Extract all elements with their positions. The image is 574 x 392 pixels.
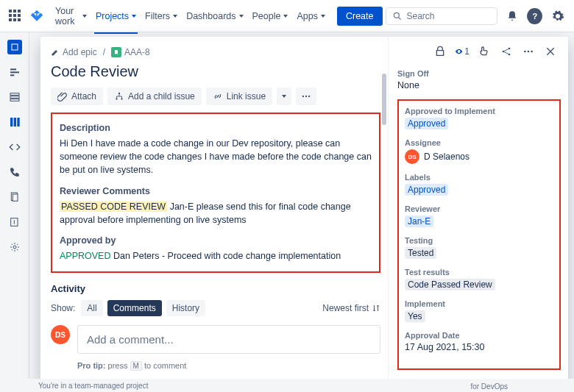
field-label: Testing [405,236,553,245]
search-placeholder: Search [407,11,435,21]
svg-point-26 [524,51,526,53]
current-user-avatar: DS [51,325,70,344]
svg-rect-4 [10,71,19,73]
approved-by-heading: Approved by [60,234,372,247]
tab-comments[interactable]: Comments [107,300,162,316]
field-label: Implement [405,299,553,308]
close-button[interactable] [543,44,558,59]
chevron-down-icon [283,15,288,18]
vote-icon[interactable] [477,44,492,59]
phone-icon[interactable] [7,165,22,179]
add-epic-label: Add epic [63,47,97,57]
attach-button[interactable]: Attach [51,88,103,105]
scrollbar-thumb[interactable] [382,74,386,125]
svg-point-21 [305,96,307,97]
sort-icon [372,304,380,313]
svg-point-20 [302,96,304,97]
nav-projects[interactable]: Projects [91,7,141,26]
jira-logo-icon[interactable] [30,10,43,23]
nav-filters[interactable]: Filters [141,7,182,26]
nav-apps[interactable]: Apps [292,7,330,26]
search-icon [392,11,403,21]
chevron-down-icon [82,15,87,18]
svg-rect-6 [10,93,19,96]
field-value[interactable]: Approved [405,184,448,196]
code-icon[interactable] [7,140,22,154]
activity-heading: Activity [51,283,380,294]
tab-history[interactable]: History [166,300,205,316]
app-switcher-icon[interactable] [9,10,21,23]
description-heading: Description [60,121,372,135]
show-label: Show: [51,303,75,313]
svg-point-23 [503,51,505,53]
link-dropdown-button[interactable] [277,88,291,105]
svg-rect-3 [10,68,16,70]
project-type-hint: You're in a team-managed project [38,382,148,390]
nav-dashboards[interactable]: Dashboards [182,7,247,26]
description-section: Description Hi Den I have made a code ch… [51,113,380,273]
field-value[interactable]: Tested [405,247,436,259]
svg-point-24 [509,48,511,50]
lock-icon[interactable] [433,44,447,59]
link-issue-button[interactable]: Link issue [206,88,272,105]
search-input[interactable]: Search [386,7,497,25]
svg-rect-9 [10,118,13,126]
svg-rect-5 [10,74,14,76]
approved-badge: APPROVED [60,251,110,261]
field-label: Reviewer [405,204,553,213]
more-actions-button[interactable] [296,88,316,105]
child-issue-icon [114,91,124,101]
create-button[interactable]: Create [337,7,383,26]
settings-icon[interactable] [550,8,565,24]
svg-rect-7 [10,96,19,99]
svg-point-16 [13,246,16,249]
nav-your-work[interactable]: Your work [51,1,91,31]
nav-people[interactable]: People [248,7,293,26]
issue-actions-icon[interactable] [521,44,536,59]
devops-chip: for DevOps [470,382,508,391]
svg-point-17 [118,93,120,94]
svg-point-27 [528,51,530,53]
chevron-down-icon [132,15,136,18]
issue-key-label: AAA-8 [124,47,150,57]
backlog-icon[interactable] [7,90,22,104]
pages-icon[interactable] [7,190,22,204]
help-icon[interactable]: ? [527,8,542,24]
project-settings-icon[interactable] [7,240,22,254]
field-label: Assignee [405,138,553,147]
pencil-icon [51,48,60,57]
sort-button[interactable]: Newest first [322,303,380,313]
field-value[interactable]: Code Passed Review [405,279,495,291]
add-comment-input[interactable]: Add a comment... [77,325,380,354]
signoff-value[interactable]: None [397,80,561,90]
add-child-button[interactable]: Add a child issue [107,88,202,105]
svg-rect-13 [13,194,18,201]
assignee-avatar: DS [405,149,419,164]
svg-point-18 [116,98,117,99]
issue-key-link[interactable]: AAA-8 [111,47,150,57]
link-icon [213,91,223,101]
add-shortcut-icon[interactable] [7,215,22,229]
project-avatar-icon[interactable] [7,40,22,54]
field-value[interactable]: 17 Aug 2021, 15:30 [405,342,553,352]
attachment-icon [57,91,68,101]
field-value[interactable]: DSD Selaenos [405,149,553,164]
field-label: Test results [405,268,553,277]
watch-icon [455,46,463,57]
field-value[interactable]: Jan-E [405,215,433,227]
board-icon[interactable] [7,115,22,129]
roadmap-icon[interactable] [7,65,22,79]
share-icon[interactable] [499,44,514,59]
notifications-icon[interactable] [505,8,520,24]
watch-button[interactable]: 1 [455,44,470,59]
chevron-down-icon [173,15,177,18]
field-label: Approval Date [405,331,553,340]
review-status-badge: PASSED CODE REVIEW [60,202,167,212]
tab-all[interactable]: All [81,300,102,316]
issue-title[interactable]: Code Review [51,63,380,80]
field-value[interactable]: Approved [405,118,448,129]
field-value[interactable]: Yes [405,310,425,322]
add-epic-link[interactable]: Add epic [51,47,97,57]
chevron-down-icon [239,15,244,18]
chevron-down-icon [282,95,286,98]
